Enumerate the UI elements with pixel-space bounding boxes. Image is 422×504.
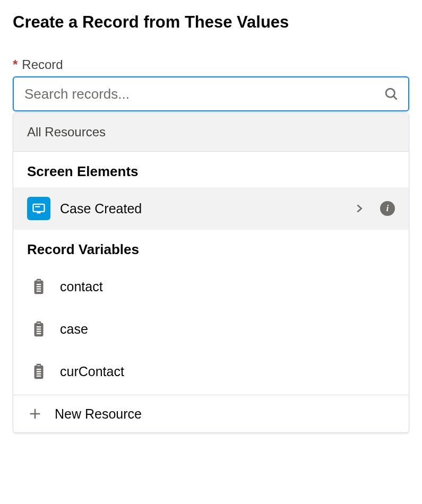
record-search-input[interactable] — [13, 76, 409, 111]
new-resource-label: New Resource — [55, 406, 142, 422]
option-curcontact[interactable]: curContact — [13, 350, 409, 393]
resources-dropdown: All Resources Screen Elements Case Creat… — [13, 112, 409, 433]
option-label: contact — [60, 279, 395, 294]
option-case-created[interactable]: Case Created i — [13, 187, 409, 230]
group-header-screen-elements: Screen Elements — [13, 152, 409, 187]
search-input-container — [13, 76, 409, 111]
clipboard-icon — [27, 317, 50, 341]
screen-element-icon — [27, 197, 50, 220]
svg-rect-3 — [35, 206, 40, 207]
search-icon — [384, 86, 399, 101]
chevron-right-icon — [354, 203, 365, 214]
svg-point-0 — [386, 89, 394, 97]
option-label: curContact — [60, 364, 395, 379]
plus-icon — [27, 406, 43, 422]
new-resource-button[interactable]: New Resource — [13, 395, 409, 432]
required-asterisk: * — [13, 58, 18, 71]
clipboard-icon — [27, 275, 50, 298]
option-contact[interactable]: contact — [13, 265, 409, 308]
clipboard-icon — [27, 360, 50, 383]
section-title: Create a Record from These Values — [13, 13, 409, 32]
option-label: case — [60, 321, 395, 337]
field-label-row: * Record — [13, 57, 409, 72]
svg-rect-2 — [33, 204, 45, 212]
svg-line-1 — [393, 96, 397, 99]
info-icon[interactable]: i — [380, 201, 395, 216]
breadcrumb[interactable]: All Resources — [13, 113, 409, 152]
group-header-record-variables: Record Variables — [13, 230, 409, 265]
option-case[interactable]: case — [13, 308, 409, 350]
option-label: Case Created — [60, 201, 344, 216]
field-label: Record — [22, 57, 63, 72]
